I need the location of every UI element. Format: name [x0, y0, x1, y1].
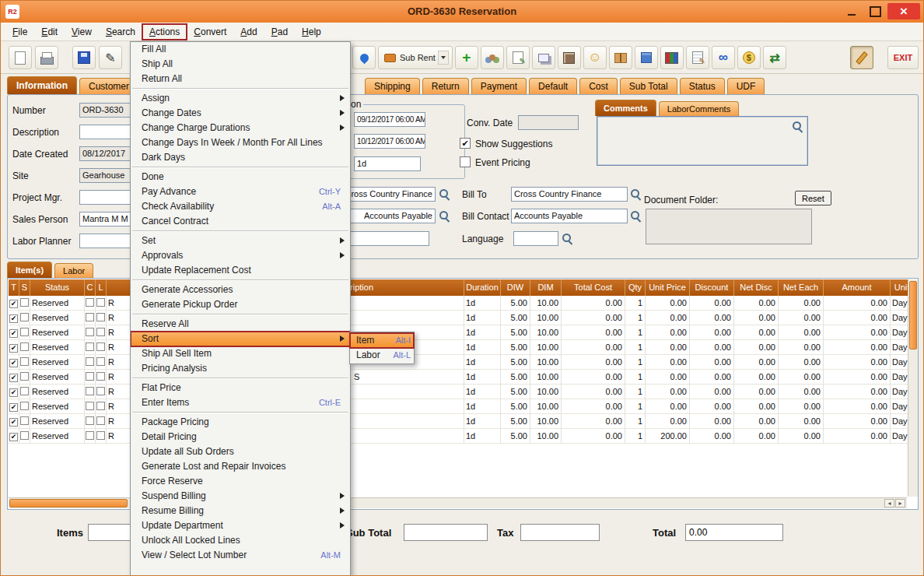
comments-search-icon[interactable]	[792, 121, 803, 132]
actions-menu-item-change-dates[interactable]: Change Dates	[131, 106, 350, 121]
bill-to-field[interactable]: Cross Country Finance	[511, 187, 628, 202]
highlighter-button[interactable]	[850, 46, 873, 69]
menubar-item-file[interactable]: File	[5, 24, 34, 40]
actions-menu-item-update-replacement-cost[interactable]: Update Replacement Cost	[131, 263, 350, 278]
row-checkbox[interactable]	[20, 431, 29, 440]
actions-menu-item-approvals[interactable]: Approvals	[131, 248, 350, 263]
actions-menu-item-update-all-sub-orders[interactable]: Update all Sub Orders	[131, 444, 350, 459]
column-header-duration[interactable]: Duration	[464, 279, 501, 296]
row-checkbox[interactable]	[86, 372, 94, 381]
actions-menu-item-ship-all-sell-item[interactable]: Ship All Sell Item	[131, 346, 350, 361]
actions-menu-item-flat-price[interactable]: Flat Price	[131, 381, 350, 395]
deliver-contact-search-icon[interactable]	[439, 210, 450, 221]
menubar-item-search[interactable]: Search	[99, 24, 142, 40]
vertical-scrollbar[interactable]	[908, 279, 918, 497]
tab-cost[interactable]: Cost	[579, 78, 618, 94]
actions-menu-item-pricing-analysis[interactable]: Pricing Analysis	[131, 361, 350, 376]
conv-date-field[interactable]	[518, 115, 579, 130]
row-checkbox[interactable]	[96, 342, 105, 351]
actions-menu-item-update-department[interactable]: Update Department	[131, 518, 350, 533]
row-checkbox[interactable]	[20, 357, 29, 366]
column-header-dim[interactable]: DIM	[530, 279, 562, 296]
actions-menu-item-ship-all[interactable]: Ship All	[131, 57, 350, 72]
column-header-status[interactable]: Status	[30, 279, 85, 296]
row-checkbox[interactable]	[9, 314, 18, 323]
total-field[interactable]: 0.00	[685, 524, 783, 541]
row-checkbox[interactable]	[86, 357, 94, 366]
minimize-button[interactable]	[841, 3, 863, 19]
tab-laborcomments[interactable]: LaborComments	[659, 101, 739, 116]
row-checkbox[interactable]	[96, 328, 105, 336]
menubar-item-edit[interactable]: Edit	[34, 24, 65, 40]
column-header-total-cost[interactable]: Total Cost	[562, 279, 625, 296]
row-checkbox[interactable]	[20, 298, 29, 307]
group-button[interactable]	[481, 46, 504, 69]
building-report-button[interactable]	[558, 46, 581, 69]
actions-menu-item-check-availability[interactable]: Check AvailabilityAlt-A	[131, 199, 350, 214]
row-checkbox[interactable]	[86, 342, 94, 351]
horizontal-scrollbar-thumb[interactable]	[9, 499, 128, 508]
row-checkbox[interactable]	[20, 342, 29, 351]
end-datetime-field[interactable]: 10/12/2017 06:00 AM	[354, 134, 425, 149]
vertical-scrollbar-thumb[interactable]	[909, 281, 917, 349]
tab-return[interactable]: Return	[422, 78, 469, 94]
row-checkbox[interactable]	[20, 416, 29, 425]
row-checkbox[interactable]	[9, 418, 18, 427]
actions-menu-item-cancel-contract[interactable]: Cancel Contract	[131, 214, 350, 229]
tab-default[interactable]: Default	[529, 78, 577, 94]
row-checkbox[interactable]	[86, 431, 94, 440]
exit-button[interactable]: EXIT	[887, 46, 919, 69]
actions-menu-item-force-reserve[interactable]: Force Reserve	[131, 474, 350, 489]
actions-menu-item-change-charge-durations[interactable]: Change Charge Durations	[131, 121, 350, 135]
package-button[interactable]	[609, 46, 632, 69]
tab-comments[interactable]: Comments	[595, 100, 656, 116]
actions-menu-item-suspend-billing[interactable]: Suspend Billing	[131, 489, 350, 504]
menubar-item-view[interactable]: View	[65, 24, 99, 40]
row-checkbox[interactable]	[9, 359, 18, 367]
tax-field[interactable]	[520, 524, 600, 541]
show-suggestions-checkbox[interactable]	[460, 138, 471, 149]
close-button[interactable]	[887, 3, 920, 19]
save-button[interactable]	[72, 46, 96, 69]
dropdown-arrow-icon[interactable]	[438, 51, 449, 65]
money-button[interactable]	[737, 46, 761, 69]
tab-sub-total[interactable]: Sub Total	[620, 78, 677, 94]
menubar-item-help[interactable]: Help	[295, 24, 328, 40]
sort-submenu-item-item[interactable]: ItemAlt-I	[350, 333, 414, 348]
row-checkbox[interactable]	[20, 387, 29, 395]
scroll-left-arrow-icon[interactable]	[884, 499, 894, 508]
row-checkbox[interactable]	[9, 403, 18, 412]
row-checkbox[interactable]	[86, 387, 94, 395]
note-edit-button[interactable]	[506, 46, 530, 69]
actions-menu-item-sort[interactable]: Sort	[131, 332, 350, 346]
actions-menu-item-change-days-in-week-month-for-all-lines[interactable]: Change Days In Week / Month For All Line…	[131, 135, 350, 150]
row-checkbox[interactable]	[20, 328, 29, 336]
row-checkbox[interactable]	[96, 416, 105, 425]
bill-contact-search-icon[interactable]	[630, 210, 641, 221]
sub-total-field[interactable]	[404, 524, 488, 541]
row-checkbox[interactable]	[9, 374, 18, 382]
row-checkbox[interactable]	[96, 298, 105, 307]
row-checkbox[interactable]	[20, 402, 29, 410]
bill-contact-field[interactable]: Accounts Payable	[511, 209, 628, 223]
column-header-qty[interactable]: Qty	[625, 279, 646, 296]
column-header-amount[interactable]: Amount	[824, 279, 891, 296]
menubar-item-add[interactable]: Add	[233, 24, 264, 40]
tab-udf[interactable]: UDF	[727, 78, 765, 94]
actions-menu-item-detail-pricing[interactable]: Detail Pricing	[131, 430, 350, 444]
link-button[interactable]	[712, 46, 735, 69]
row-checkbox[interactable]	[20, 372, 29, 381]
row-checkbox[interactable]	[9, 344, 18, 353]
column-header-c[interactable]: C	[85, 279, 96, 296]
row-checkbox[interactable]	[96, 357, 105, 366]
column-header-l[interactable]: L	[96, 279, 107, 296]
tab-payment[interactable]: Payment	[471, 78, 527, 94]
duration-field[interactable]: 1d	[354, 156, 421, 171]
event-pricing-checkbox[interactable]	[460, 156, 471, 167]
actions-menu-item-view-select-lot-number[interactable]: View / Select Lot NumberAlt-M	[131, 548, 350, 563]
actions-menu-item-package-pricing[interactable]: Package Pricing	[131, 415, 350, 430]
column-header-diw[interactable]: DIW	[501, 279, 530, 296]
tab-item-s[interactable]: Item(s)	[7, 262, 52, 278]
actions-menu-item-fill-all[interactable]: Fill All	[131, 42, 350, 57]
actions-menu-item-assign[interactable]: Assign	[131, 91, 350, 106]
